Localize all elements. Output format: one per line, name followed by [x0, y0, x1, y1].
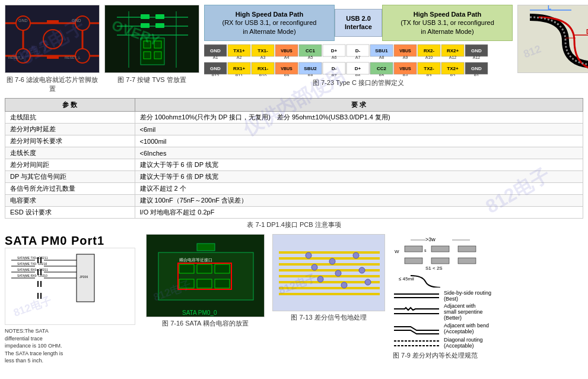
svg-rect-185 — [458, 258, 476, 264]
svg-text:L: L — [548, 5, 551, 11]
svg-text:B4: B4 — [403, 74, 408, 76]
table-header-param: 参 数 — [5, 99, 135, 112]
svg-rect-181 — [458, 246, 476, 252]
req-cell: 建议大于等于 6 倍 DP 线宽 — [135, 159, 583, 171]
svg-rect-148 — [215, 279, 230, 288]
pcb1-caption: 图 7-6 滤波电容就近芯片管脚放置 — [5, 75, 100, 93]
svg-text:B7: B7 — [332, 74, 337, 76]
table-row: DP 与其它信号间距 建议大于等于 6 倍 DP 线宽 — [5, 171, 583, 183]
svg-text:GND: GND — [18, 18, 28, 23]
svg-text:GND: GND — [471, 48, 482, 53]
svg-text:RX1-: RX1- — [258, 66, 269, 71]
svg-text:B6: B6 — [355, 74, 361, 76]
svg-text:A9: A9 — [403, 55, 408, 59]
req-cell: I/O 对地电容不超过 0.2pF — [135, 207, 583, 219]
svg-text:SATA PM0_0: SATA PM0_0 — [182, 309, 217, 316]
svg-text:A7: A7 — [355, 55, 361, 59]
svg-text:A2: A2 — [237, 55, 242, 59]
svg-text:D+: D+ — [331, 48, 338, 53]
sata-pcb-svg: SATA PM0_0 耦合电容等近接口 812电子 — [147, 235, 265, 317]
svg-text:GND: GND — [72, 18, 81, 23]
routing-label-1: Side-by-side routing(Best) — [444, 290, 491, 302]
top-section: GND GND RESET_L RESET_L 812电子 图 7-6 滤波电容… — [0, 0, 588, 96]
svg-text:A10: A10 — [425, 55, 433, 59]
req-cell: 差分 100ohm±10%(只作为 DP 接口，无复用) 差分 95ohm±10… — [135, 112, 583, 124]
routing-item-4: Diagonal routing(Acceptable) — [393, 336, 491, 349]
routing-item-3: Adjacent with bend(Acceptable) — [393, 322, 491, 335]
routing-label-3: Adjacent with bend(Acceptable) — [444, 323, 489, 334]
svg-text:A12: A12 — [449, 55, 457, 59]
param-cell: 差分对间间距 — [5, 159, 135, 171]
svg-rect-28 — [155, 23, 164, 28]
routing-visual-2 — [393, 305, 440, 318]
sata-block: SATA PM0 Port1 — [5, 234, 141, 365]
table-row: 差分对间等长要求 <1000mil — [5, 135, 583, 147]
svg-text:B9: B9 — [284, 74, 290, 76]
usb-caption: 图 7-23 Type C 接口的管脚定义 — [313, 78, 404, 87]
svg-rect-184 — [431, 258, 449, 264]
svg-text:RX2-: RX2- — [424, 48, 435, 53]
svg-rect-26 — [155, 14, 164, 19]
svg-text:TX1+: TX1+ — [233, 48, 245, 53]
svg-text:JP206: JP206 — [80, 275, 88, 279]
req-cell: <1000mil — [135, 135, 583, 147]
svg-point-167 — [329, 258, 335, 264]
req-cell: 建议 100nF（75nF～200nF 含误差） — [135, 195, 583, 207]
routing-caption: 图 7-9 差分对内等长处理规范 — [393, 351, 478, 360]
svg-text:B3: B3 — [427, 74, 432, 76]
routing-item-2: Adjacent withsmall serpentine(Better) — [393, 303, 491, 321]
pcb-svg-1: GND GND RESET_L RESET_L 812电子 — [5, 5, 100, 73]
table-row: 差分对内时延差 <6mil — [5, 124, 583, 135]
svg-rect-152 — [197, 244, 215, 251]
table-row: 各信号所允许过孔数量 建议不超过 2 个 — [5, 183, 583, 195]
svg-text:TX1-: TX1- — [258, 48, 268, 53]
svg-text:D+: D+ — [355, 66, 361, 71]
spacing-diagram-svg: >3w W s S1 < 2S — [393, 234, 494, 288]
param-cell: 走线长度 — [5, 147, 135, 159]
svg-text:D-: D- — [355, 48, 361, 53]
bend-svg: L D 812 — [518, 5, 588, 73]
top-right-block: L D 812 — [517, 5, 588, 73]
svg-point-164 — [306, 252, 312, 258]
svg-text:≤ 45mil: ≤ 45mil — [399, 276, 414, 282]
svg-point-170 — [353, 252, 359, 258]
pcb-image-2: OVERY — [104, 5, 199, 73]
bend-image: L D 812 — [517, 5, 588, 73]
table-row: 走线长度 <6Inches — [5, 147, 583, 159]
params-table: 参 数 要 求 走线阻抗 差分 100ohm±10%(只作为 DP 接口，无复用… — [5, 98, 583, 219]
svg-rect-33 — [154, 52, 161, 59]
pcb-image-1: GND GND RESET_L RESET_L 812电子 — [5, 5, 100, 73]
middle-section: 参 数 要 求 走线阻抗 差分 100ohm±10%(只作为 DP 接口，无复用… — [0, 96, 588, 232]
svg-text:A3: A3 — [260, 55, 266, 59]
svg-text:VBUS: VBUS — [399, 67, 411, 71]
routing-item-1: Side-by-side routing(Best) — [393, 290, 491, 302]
sata-title: SATA PM0 Port1 — [5, 234, 141, 248]
routing-items: Side-by-side routing(Best) Adjacent with… — [393, 290, 491, 349]
svg-rect-32 — [144, 52, 151, 59]
svg-point-165 — [312, 264, 317, 270]
svg-rect-179 — [405, 246, 422, 252]
svg-text:W: W — [395, 249, 399, 254]
sata-schematic-svg: SATA|ME TX0+ CR211 SATA|ME TX0- CR210 SA… — [5, 248, 135, 325]
svg-text:TX2-: TX2- — [424, 66, 434, 71]
svg-text:SATA|ME RX0- CR210: SATA|ME RX0- CR210 — [17, 274, 47, 277]
routing-visual-3 — [393, 322, 440, 335]
table-row: 电容要求 建议 100nF（75nF～200nF 含误差） — [5, 195, 583, 207]
svg-text:B2: B2 — [450, 74, 456, 76]
routing-visual-1 — [393, 290, 440, 301]
svg-text:SBU1: SBU1 — [375, 48, 388, 53]
sata-pcb-image: SATA PM0_0 耦合电容等近接口 812电子 — [146, 234, 265, 317]
svg-text:s: s — [424, 248, 427, 252]
svg-rect-144 — [197, 264, 212, 273]
svg-text:A1: A1 — [213, 55, 218, 59]
svg-text:RX2+: RX2+ — [447, 48, 459, 53]
svg-text:A12: A12 — [473, 55, 481, 59]
pcb-image-1-block: GND GND RESET_L RESET_L 812电子 图 7-6 滤波电容… — [5, 5, 100, 93]
page: 812电子 812电子 仅供内部使用 — [0, 0, 588, 379]
param-cell: 差分对内时延差 — [5, 124, 135, 135]
usb-right-label: High Speed Data Path(TX for USB 3.1, or … — [382, 5, 513, 41]
sata-pcb-caption: 图 7-16 SATA 耦合电容的放置 — [162, 319, 249, 328]
svg-text:B10: B10 — [259, 74, 267, 76]
svg-text:VBUS: VBUS — [281, 49, 293, 53]
pcb-image-2-block: OVERY 图 7-7 按键 TVS 管放置 — [104, 5, 199, 84]
